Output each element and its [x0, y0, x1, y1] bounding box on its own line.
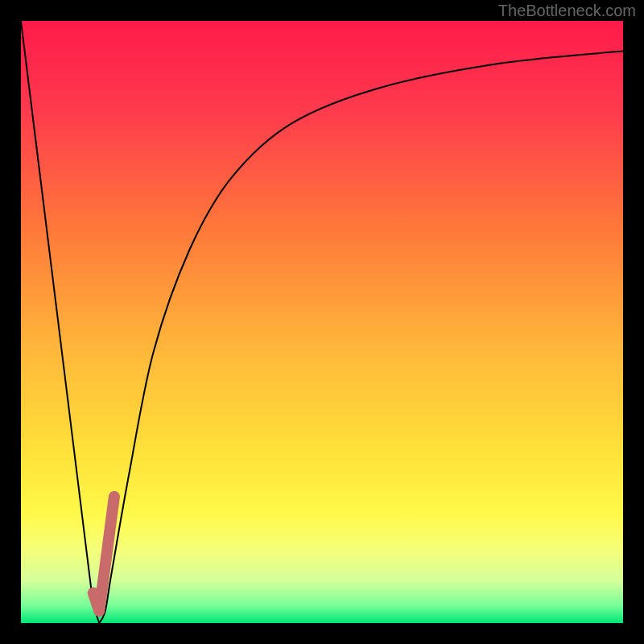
watermark-text: TheBottleneck.com	[498, 2, 636, 20]
highlight-marker	[21, 21, 623, 623]
chart-container	[21, 21, 623, 623]
